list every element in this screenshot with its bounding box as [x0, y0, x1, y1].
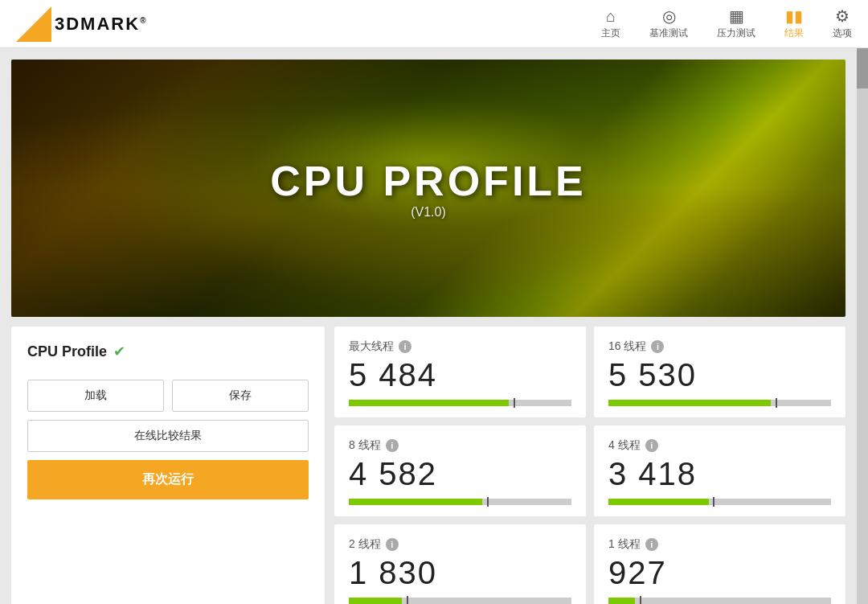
main-content: CPU PROFILE (V1.0) CPU Profile ✔ 加载 保存 在…	[0, 48, 857, 604]
panel-title-row: CPU Profile ✔	[27, 343, 309, 360]
logo-reg: ®	[140, 15, 147, 24]
home-nav-icon: ⌂	[606, 8, 616, 24]
score-value-8-threads: 4 582	[349, 456, 571, 492]
score-label-1-thread: 1 线程	[608, 537, 641, 552]
info-icon-8-threads[interactable]: i	[386, 439, 399, 452]
score-bar-fill-4-threads	[608, 499, 709, 505]
top-navigation: 3DMARK® ⌂ 主页 ◎ 基准测试 ▦ 压力测试 ▮▮ 结果 ⚙ 选项	[0, 0, 868, 48]
score-label-16-threads: 16 线程	[608, 339, 646, 354]
hero-banner: CPU PROFILE (V1.0)	[11, 60, 845, 317]
hero-title-main: CPU PROFILE	[270, 157, 587, 205]
score-bar-fill-max-threads	[349, 400, 509, 406]
info-icon-2-threads[interactable]: i	[386, 538, 399, 551]
score-bar-marker-16-threads	[776, 398, 777, 408]
results-nav-label: 结果	[784, 27, 804, 40]
score-card-2-threads: 2 线程 i 1 830	[334, 524, 586, 604]
page-wrapper: CPU PROFILE (V1.0) CPU Profile ✔ 加载 保存 在…	[0, 48, 868, 604]
benchmark-nav-label: 基准测试	[649, 27, 688, 40]
score-bar-track-1-thread	[608, 598, 831, 604]
nav-item-stress[interactable]: ▦ 压力测试	[717, 8, 755, 40]
benchmark-nav-icon: ◎	[662, 8, 676, 24]
hero-title-version: (V1.0)	[411, 205, 446, 219]
score-bar-fill-16-threads	[608, 400, 771, 406]
score-value-max-threads: 5 484	[349, 357, 571, 393]
options-nav-label: 选项	[833, 27, 852, 40]
nav-items: ⌂ 主页 ◎ 基准测试 ▦ 压力测试 ▮▮ 结果 ⚙ 选项	[601, 8, 852, 40]
stress-nav-icon: ▦	[729, 8, 744, 24]
score-bar-marker-max-threads	[514, 398, 515, 408]
nav-item-benchmark[interactable]: ◎ 基准测试	[649, 8, 688, 40]
score-label-row-16-threads: 16 线程 i	[608, 339, 831, 354]
score-value-1-thread: 927	[608, 555, 831, 591]
btn-row-load-save: 加载 保存	[27, 380, 309, 412]
info-icon-max-threads[interactable]: i	[399, 340, 411, 353]
left-panel: CPU Profile ✔ 加载 保存 在线比较结果 再次运行	[11, 327, 325, 604]
score-bar-marker-4-threads	[713, 497, 714, 507]
score-card-max-threads: 最大线程 i 5 484	[334, 327, 586, 417]
nav-item-home[interactable]: ⌂ 主页	[601, 8, 620, 40]
nav-item-options[interactable]: ⚙ 选项	[833, 8, 852, 40]
check-icon: ✔	[113, 343, 125, 360]
score-card-1-thread: 1 线程 i 927	[594, 524, 845, 604]
stress-nav-label: 压力测试	[717, 27, 755, 40]
score-label-max-threads: 最大线程	[349, 339, 394, 354]
score-bar-track-4-threads	[608, 499, 831, 505]
bottom-section: CPU Profile ✔ 加载 保存 在线比较结果 再次运行 最大线程 i 5…	[11, 327, 845, 604]
score-label-4-threads: 4 线程	[608, 438, 641, 453]
info-icon-1-thread[interactable]: i	[645, 538, 658, 551]
nav-item-results[interactable]: ▮▮ 结果	[784, 8, 804, 40]
score-bar-track-8-threads	[349, 499, 571, 505]
save-button[interactable]: 保存	[172, 380, 309, 412]
score-bar-fill-1-thread	[608, 598, 635, 604]
score-bar-track-max-threads	[349, 400, 571, 406]
logo: 3DMARK®	[16, 6, 148, 42]
score-bar-track-2-threads	[349, 598, 571, 604]
logo-text: 3DMARK®	[55, 14, 148, 35]
score-value-4-threads: 3 418	[608, 456, 831, 492]
panel-title: CPU Profile	[27, 343, 107, 360]
info-icon-16-threads[interactable]: i	[651, 340, 664, 353]
options-nav-icon: ⚙	[835, 8, 850, 24]
logo-triangle-icon	[16, 6, 51, 42]
score-value-16-threads: 5 530	[608, 357, 831, 393]
score-label-row-max-threads: 最大线程 i	[349, 339, 571, 354]
score-label-row-2-threads: 2 线程 i	[349, 537, 571, 552]
right-panel: 最大线程 i 5 484 16 线程 i 5 530 8 线程 i 4 582 …	[334, 327, 845, 604]
score-label-2-threads: 2 线程	[349, 537, 381, 552]
score-label-8-threads: 8 线程	[349, 438, 381, 453]
scrollbar-thumb[interactable]	[857, 48, 868, 88]
score-card-16-threads: 16 线程 i 5 530	[594, 327, 845, 417]
load-button[interactable]: 加载	[27, 380, 164, 412]
score-card-4-threads: 4 线程 i 3 418	[594, 425, 845, 516]
score-value-2-threads: 1 830	[349, 555, 571, 591]
results-nav-icon: ▮▮	[785, 8, 803, 24]
score-label-row-8-threads: 8 线程 i	[349, 438, 571, 453]
score-label-row-1-thread: 1 线程 i	[608, 537, 831, 552]
info-icon-4-threads[interactable]: i	[645, 439, 658, 452]
score-bar-marker-1-thread	[640, 596, 641, 604]
hero-title: CPU PROFILE (V1.0)	[270, 157, 587, 220]
compare-button[interactable]: 在线比较结果	[27, 420, 309, 452]
score-bar-track-16-threads	[608, 400, 831, 406]
score-bar-fill-8-threads	[349, 499, 482, 505]
score-card-8-threads: 8 线程 i 4 582	[334, 425, 586, 516]
score-bar-marker-8-threads	[487, 497, 489, 507]
score-label-row-4-threads: 4 线程 i	[608, 438, 831, 453]
scrollbar[interactable]	[857, 48, 868, 604]
score-bar-marker-2-threads	[407, 596, 408, 604]
home-nav-label: 主页	[601, 27, 620, 40]
run-button[interactable]: 再次运行	[27, 460, 309, 499]
score-bar-fill-2-threads	[349, 598, 402, 604]
